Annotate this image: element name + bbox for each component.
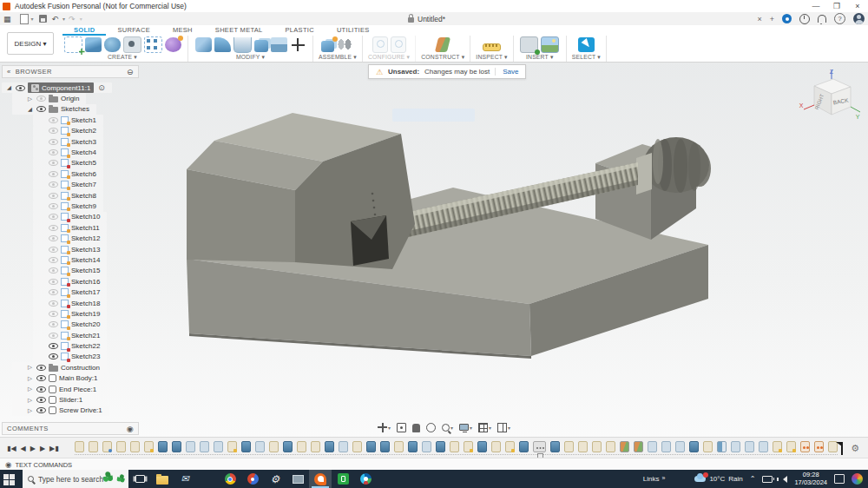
document-tab[interactable]: Untitled*	[408, 15, 445, 23]
timeline-body-marker[interactable]	[745, 441, 754, 452]
timeline-sketch-marker[interactable]	[89, 441, 98, 452]
timeline-sketch-marker[interactable]	[269, 441, 279, 452]
timeline-body-marker[interactable]	[675, 441, 685, 452]
visibility-eye-icon[interactable]	[49, 235, 58, 241]
app-grid-icon[interactable]: ▦	[3, 15, 11, 23]
visibility-eye-icon[interactable]	[49, 193, 58, 199]
close-button[interactable]: ×	[847, 2, 868, 10]
history-icon[interactable]	[799, 14, 810, 24]
grid-snaps-icon[interactable]: ▾	[478, 423, 491, 432]
timeline-sketch-edit-marker[interactable]	[773, 441, 782, 452]
visibility-eye-icon[interactable]	[49, 343, 58, 349]
visibility-eye-icon[interactable]	[49, 267, 58, 274]
visibility-eye-icon[interactable]	[36, 96, 46, 102]
offset-icon[interactable]	[271, 37, 287, 52]
joint-icon[interactable]	[337, 37, 353, 52]
browser-sketch-row[interactable]: Sketch7	[33, 180, 103, 190]
timeline-ellipsis-marker[interactable]	[533, 441, 546, 452]
redo-icon[interactable]: ↷	[69, 15, 76, 23]
combine-icon[interactable]	[254, 40, 268, 52]
browser-sketch-row[interactable]: Sketch14	[33, 254, 107, 265]
timeline-extrude-marker[interactable]	[519, 441, 529, 452]
ribbon-tab-sheet-metal[interactable]: SHEET METAL	[204, 25, 274, 36]
ribbon-tab-utilities[interactable]: UTILITIES	[326, 25, 381, 36]
visibility-eye-icon[interactable]	[49, 289, 58, 295]
browser-origin-row[interactable]: ▷ Origin	[12, 93, 86, 103]
color-wheel-icon[interactable]	[852, 473, 863, 485]
file-explorer-taskbar-icon[interactable]	[151, 470, 174, 488]
browser-item-row[interactable]: ▷Screw Drive:1	[12, 406, 109, 416]
visibility-eye-icon[interactable]	[49, 139, 58, 145]
browser-sketch-row[interactable]: Sketch8	[33, 190, 103, 201]
ribbon-tab-solid[interactable]: SOLID	[62, 25, 106, 36]
press-pull-icon[interactable]	[195, 37, 212, 52]
visibility-eye-icon[interactable]	[36, 386, 46, 392]
ribbon-tab-surface[interactable]: SURFACE	[106, 25, 161, 36]
taskbar-search-box[interactable]: Type here to search	[23, 470, 128, 488]
browser-item-row[interactable]: ▷End Piece:1	[12, 384, 103, 394]
sketch-create-icon[interactable]	[64, 36, 82, 53]
revolve-icon[interactable]	[104, 37, 121, 52]
expand-arrow-icon[interactable]: ▷	[28, 386, 34, 392]
timeline-settings-gear-icon[interactable]: ⚙	[851, 443, 859, 454]
ribbon-tab-mesh[interactable]: MESH	[161, 25, 204, 36]
comments-toggle-icon[interactable]: ◉	[127, 425, 134, 433]
ribbon-group-label-assemble[interactable]: ASSEMBLE ▾	[319, 54, 357, 61]
timeline-extrude-marker[interactable]	[366, 441, 376, 452]
timeline-body-marker[interactable]	[661, 441, 671, 452]
visibility-eye-icon[interactable]	[49, 300, 58, 307]
browser-sketches-folder-row[interactable]: ◢ Sketches	[12, 104, 96, 115]
paint-3d-taskbar-icon[interactable]	[241, 470, 264, 488]
config-table-icon[interactable]	[391, 36, 406, 53]
settings-taskbar-icon[interactable]: ⚙	[264, 470, 286, 488]
visibility-eye-icon[interactable]	[49, 160, 58, 166]
view-cube[interactable]: Z RIGHT BACK X Y	[795, 67, 861, 128]
taskbar-clock[interactable]: 09:28 17/03/2024	[794, 472, 827, 486]
pan-orbit-icon[interactable]: ▾	[378, 423, 391, 432]
visibility-eye-icon[interactable]	[36, 407, 46, 413]
visibility-eye-icon[interactable]	[49, 333, 58, 339]
timeline-extrude-marker[interactable]	[241, 441, 251, 452]
go-to-start-button[interactable]: ▮◀	[7, 445, 16, 452]
browser-header[interactable]: « BROWSER ⊖	[2, 65, 139, 78]
visibility-eye-icon[interactable]	[36, 106, 46, 112]
timeline-body-marker[interactable]	[186, 441, 195, 452]
new-tab-button[interactable]: +	[770, 15, 774, 23]
browser-sketch-row[interactable]: Sketch21	[33, 330, 107, 340]
close-tab-button[interactable]: ×	[757, 15, 761, 23]
browser-sketch-row[interactable]: Sketch13	[33, 244, 107, 254]
system-app-taskbar-icon[interactable]	[286, 470, 309, 488]
viewports-icon[interactable]: ▾	[497, 423, 510, 432]
timeline-body-marker[interactable]	[731, 441, 740, 452]
browser-sketch-row[interactable]: Sketch20	[33, 320, 107, 330]
timeline-sketch-edit-marker[interactable]	[144, 441, 154, 452]
battery-icon[interactable]	[762, 476, 773, 483]
visibility-eye-icon[interactable]	[49, 203, 58, 209]
form-icon[interactable]	[165, 37, 181, 52]
zoom-icon[interactable]: ▾	[442, 424, 453, 432]
config-table-icon[interactable]	[372, 36, 388, 53]
ribbon-group-label-configure[interactable]: CONFIGURE ▾	[368, 54, 410, 61]
expand-arrow-icon[interactable]: ◢	[7, 84, 13, 91]
timeline-sketch-marker[interactable]	[352, 441, 362, 452]
links-toolbar[interactable]: Links»	[643, 475, 666, 483]
undo-icon[interactable]: ↶	[52, 15, 59, 23]
visibility-eye-icon[interactable]	[16, 85, 25, 91]
timeline-sketch-marker[interactable]	[606, 441, 615, 452]
timeline-body-marker[interactable]	[422, 441, 431, 452]
browser-sketch-row[interactable]: Sketch6	[33, 168, 103, 179]
save-icon[interactable]	[39, 15, 47, 23]
browser-sketch-row[interactable]: Sketch11	[33, 222, 107, 233]
expand-arrow-icon[interactable]: ▷	[28, 397, 34, 404]
browser-item-row[interactable]: ▷Main Body:1	[12, 373, 104, 384]
look-at-icon[interactable]	[397, 423, 406, 432]
timeline-extrude-marker[interactable]	[436, 441, 445, 452]
ribbon-group-label-inspect[interactable]: INSPECT ▾	[476, 54, 507, 61]
browser-sketch-row[interactable]: Sketch15	[33, 266, 107, 276]
visibility-eye-icon[interactable]	[49, 181, 58, 188]
hole-icon[interactable]	[123, 36, 141, 53]
timeline-joint-marker[interactable]	[800, 441, 810, 452]
timeline-sketch-marker[interactable]	[75, 441, 84, 452]
ribbon-group-label-create[interactable]: CREATE ▾	[108, 54, 137, 61]
timeline-sketch-edit-marker[interactable]	[786, 441, 796, 452]
